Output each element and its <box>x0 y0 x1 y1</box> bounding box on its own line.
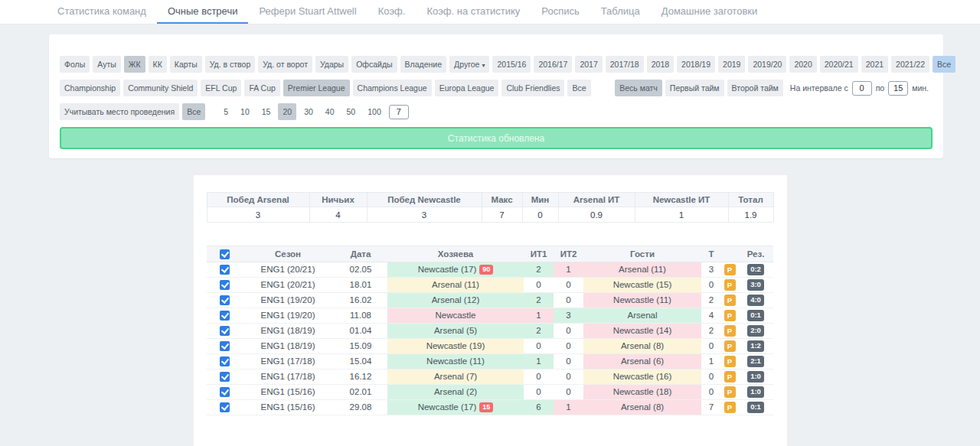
stat-filter-chip[interactable]: Карты <box>170 56 202 73</box>
table-row: ENG1 (17/18)15.04Newcastle (11)10Arsenal… <box>207 353 773 369</box>
select-all-checkbox[interactable] <box>220 249 230 259</box>
season-filter-chip[interactable]: 2018/19 <box>677 56 715 73</box>
season-filter-chip[interactable]: 2017/18 <box>606 56 644 73</box>
interval-from-input[interactable] <box>852 81 872 96</box>
result-cell: 4:0 <box>738 292 773 308</box>
home-team-cell: Newcastle (17)15 <box>387 399 524 415</box>
stat-filter-chip[interactable]: Владение <box>400 56 446 73</box>
tab-2[interactable]: Рефери Stuart Attwell <box>248 0 367 24</box>
row-checkbox[interactable] <box>220 387 230 397</box>
league-filter-chip[interactable]: Europa League <box>435 80 499 96</box>
match-page-badge[interactable]: P <box>724 371 736 383</box>
tab-6[interactable]: Таблица <box>590 0 651 24</box>
interval-to-input[interactable] <box>888 81 908 96</box>
league-filter-chip[interactable]: Premier League <box>283 80 350 96</box>
row-checkbox[interactable] <box>220 311 230 321</box>
season-filter-chip[interactable]: 2019 <box>718 56 745 73</box>
row-checkbox[interactable] <box>220 372 230 382</box>
match-page-badge[interactable]: P <box>724 402 736 413</box>
match-link-cell: P <box>721 384 738 399</box>
league-filter-chip[interactable]: Club Friendlies <box>501 80 564 96</box>
tab-7[interactable]: Домашние заготовки <box>651 0 769 24</box>
summary-value-cell: 1.9 <box>728 207 773 223</box>
season-filter-chip[interactable]: Все <box>933 56 956 73</box>
guest-team-cell: Newcastle (11) <box>583 292 701 308</box>
league-filter-chip[interactable]: Все <box>567 80 590 96</box>
tab-4[interactable]: Коэф. на статистику <box>416 0 531 24</box>
it2-cell: 0 <box>554 338 583 353</box>
count-filter-chip[interactable]: 20 <box>278 103 296 120</box>
stat-filter-chip[interactable]: КК <box>149 56 167 73</box>
result-badge: 0:2 <box>747 264 764 275</box>
guest-team-cell: Arsenal <box>583 308 701 323</box>
count-filter-chip[interactable]: 15 <box>257 103 276 120</box>
league-filter-chip[interactable]: Championship <box>60 80 120 96</box>
season-filter-chip[interactable]: 2020 <box>789 56 816 73</box>
season-filter-chip[interactable]: 2017 <box>575 56 602 73</box>
it1-cell: 2 <box>524 262 554 277</box>
count-filter-chip[interactable]: 40 <box>321 103 339 120</box>
tab-1-active[interactable]: Очные встречи <box>157 0 249 24</box>
tab-0[interactable]: Статистика команд <box>47 0 157 24</box>
home-team-cell: Newcastle (11) <box>387 353 524 369</box>
venue-filter-chip[interactable]: Все <box>182 103 205 120</box>
row-checkbox[interactable] <box>220 326 230 336</box>
count-filter-chip[interactable]: 30 <box>299 103 318 120</box>
result-cell: 0:2 <box>738 262 773 277</box>
it1-cell: 2 <box>524 292 554 308</box>
tab-5[interactable]: Роспись <box>531 0 590 24</box>
table-row: ENG1 (15/16)29.08Newcastle (17)1561Arsen… <box>207 399 773 415</box>
count-filter-chip[interactable]: 50 <box>342 103 361 120</box>
league-filter-chip[interactable]: Community Shield <box>123 80 198 96</box>
stat-filter-chip[interactable]: Уд. от ворот <box>258 56 312 73</box>
count-filter-chip[interactable]: 5 <box>219 103 233 120</box>
league-filter-chip[interactable]: EFL Cup <box>201 80 241 96</box>
home-team-cell: Arsenal (12) <box>387 292 524 308</box>
count-filter-chip[interactable]: 10 <box>236 103 254 120</box>
stat-filter-chip[interactable]: Другое▾ <box>449 56 489 73</box>
stat-filter-chip[interactable]: Ауты <box>93 56 121 73</box>
tab-3[interactable]: Коэф. <box>368 0 416 24</box>
season-filter-chip[interactable]: 2016/17 <box>534 56 572 73</box>
stat-filter-chip[interactable]: Удары <box>315 56 348 73</box>
row-checkbox[interactable] <box>220 341 230 351</box>
row-checkbox[interactable] <box>220 402 230 412</box>
season-filter-chip[interactable]: 2018 <box>647 56 674 73</box>
count-filter-chip[interactable]: 100 <box>363 103 386 120</box>
stat-filter-chip[interactable]: Уд. в створ <box>205 56 256 73</box>
season-filter-chip[interactable]: 2020/21 <box>820 56 858 73</box>
season-filter-chip[interactable]: 2021 <box>861 56 888 73</box>
it1-cell: 0 <box>524 338 554 353</box>
stat-filter-chip[interactable]: Фолы <box>60 56 90 73</box>
summary-header-cell: Макс <box>482 193 522 207</box>
match-link-cell: P <box>721 277 738 292</box>
stat-filter-chip[interactable]: Офсайды <box>351 56 397 73</box>
period-filter-chip[interactable]: Первый тайм <box>665 80 724 96</box>
count-input[interactable] <box>389 105 409 119</box>
match-page-badge[interactable]: P <box>724 295 736 306</box>
match-page-badge[interactable]: P <box>724 310 736 321</box>
season-filter-chip[interactable]: 2019/20 <box>748 56 786 73</box>
league-filter-chip[interactable]: FA Cup <box>244 80 279 96</box>
venue-filter-chip[interactable]: Учитывать место проведения <box>60 103 179 120</box>
match-page-badge[interactable]: P <box>724 386 736 398</box>
period-filter-chip[interactable]: Весь матч <box>615 80 662 96</box>
season-cell: ENG1 (19/20) <box>242 308 334 323</box>
period-filter-chip[interactable]: Второй тайм <box>727 80 783 96</box>
match-page-badge[interactable]: P <box>724 264 736 275</box>
match-page-badge[interactable]: P <box>724 325 736 337</box>
summary-header-cell: Newcastle ИТ <box>635 193 728 207</box>
row-checkbox[interactable] <box>220 265 230 275</box>
match-page-badge[interactable]: P <box>724 356 736 367</box>
summary-header-cell: Ничьих <box>309 193 367 207</box>
match-page-badge[interactable]: P <box>724 279 736 291</box>
league-filter-chip[interactable]: Champions League <box>353 80 432 96</box>
row-checkbox[interactable] <box>220 356 230 366</box>
match-link-cell: P <box>721 353 738 369</box>
stat-filter-chip[interactable]: ЖК <box>124 56 145 73</box>
season-filter-chip[interactable]: 2021/22 <box>891 56 929 73</box>
match-page-badge[interactable]: P <box>724 340 736 352</box>
season-filter-chip[interactable]: 2015/16 <box>492 56 531 73</box>
row-checkbox[interactable] <box>220 280 230 290</box>
row-checkbox[interactable] <box>220 295 230 305</box>
